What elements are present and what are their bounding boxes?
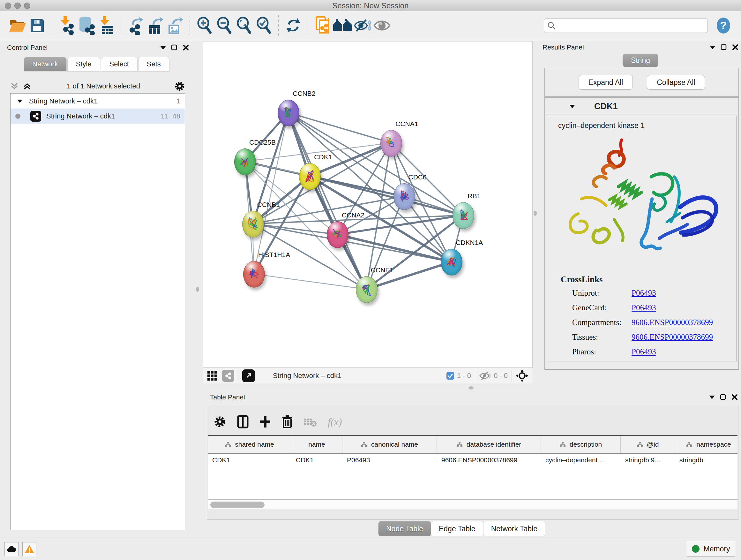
hide-selected-icon[interactable] [352, 16, 372, 36]
fit-selection-crosshair-icon[interactable] [516, 369, 529, 382]
network-edge[interactable] [253, 224, 337, 235]
warnings-button[interactable] [22, 542, 37, 556]
column-header[interactable]: canonical name [342, 436, 437, 453]
detach-view-icon[interactable] [242, 369, 255, 382]
float-panel-icon[interactable] [171, 44, 178, 51]
network-view[interactable]: CCNB2CCNA1CDC25BCDK1CDC6RB1CCNB1CCNA2CDK… [203, 42, 532, 368]
network-options-gear-icon[interactable] [174, 81, 185, 91]
column-header[interactable]: @id [621, 436, 675, 453]
column-header[interactable]: shared name [208, 436, 291, 453]
tab-style[interactable]: Style [67, 57, 100, 71]
zoom-out-icon[interactable] [214, 16, 234, 36]
add-column-icon[interactable] [259, 415, 271, 428]
network-edge[interactable] [288, 113, 366, 289]
import-table-icon[interactable] [96, 16, 116, 36]
save-session-icon[interactable] [27, 16, 47, 36]
tab-edge-table[interactable]: Edge Table [431, 521, 483, 537]
tab-node-table[interactable]: Node Table [378, 521, 431, 537]
tab-select[interactable]: Select [101, 57, 138, 71]
expand-all-button[interactable]: Expand All [579, 75, 633, 90]
export-image-icon[interactable] [165, 16, 185, 36]
crosslink-link[interactable]: P06493 [631, 303, 656, 312]
tab-network-table[interactable]: Network Table [483, 521, 545, 537]
hidden-eye-icon[interactable] [479, 371, 491, 381]
import-network-icon[interactable] [57, 16, 77, 36]
zoom-fit-icon[interactable] [234, 16, 254, 36]
horizontal-scrollbar[interactable] [208, 500, 738, 509]
crosslink-link[interactable]: P06493 [631, 348, 656, 356]
search-box[interactable] [544, 18, 708, 33]
collapse-section-icon[interactable] [569, 105, 575, 108]
show-columns-icon[interactable] [237, 415, 249, 428]
cloud-status-button[interactable] [4, 542, 18, 556]
network-node-cdk1[interactable] [299, 163, 321, 190]
search-input[interactable] [556, 21, 704, 30]
network-node-cdc6[interactable] [394, 183, 415, 210]
show-all-icon[interactable] [372, 16, 392, 36]
collapse-all-networks-icon[interactable] [10, 82, 20, 90]
delete-column-icon[interactable] [282, 415, 293, 428]
panel-menu-icon[interactable] [709, 395, 715, 399]
network-node-ccnb1[interactable] [242, 211, 264, 238]
network-edge[interactable] [254, 274, 366, 289]
left-splitter-handle[interactable] [196, 287, 199, 292]
network-node-ccna2[interactable] [327, 221, 348, 248]
close-panel-icon[interactable] [731, 394, 738, 400]
column-header[interactable]: namespace [675, 436, 738, 453]
crosslink-link[interactable]: P06493 [631, 289, 656, 298]
float-panel-icon[interactable] [721, 44, 727, 51]
tab-sets[interactable]: Sets [138, 57, 170, 71]
zoom-in-icon[interactable] [195, 16, 214, 36]
collapse-all-button[interactable]: Collapse All [647, 75, 705, 90]
tab-string[interactable]: String [623, 54, 658, 67]
tab-network[interactable]: Network [23, 57, 67, 71]
network-node-cdc25b[interactable] [234, 148, 256, 175]
panel-menu-icon[interactable] [710, 46, 716, 49]
import-network-database-icon[interactable] [77, 16, 96, 36]
network-canvas[interactable]: CCNB2CCNA1CDC25BCDK1CDC6RB1CCNB1CCNA2CDK… [203, 42, 532, 368]
birdseye-grid-icon[interactable] [207, 370, 218, 381]
crosslink-link[interactable]: 9606.ENSP00000378699 [631, 318, 713, 327]
zoom-selected-icon[interactable] [254, 16, 274, 36]
network-edge[interactable] [288, 113, 391, 143]
close-panel-icon[interactable] [183, 44, 189, 51]
table-row[interactable]: CDK1 CDK1 P06493 9606.ENSP00000378699 cy… [208, 454, 738, 466]
column-header[interactable]: database identifier [437, 436, 541, 453]
delete-table-icon[interactable] [304, 417, 317, 427]
panel-menu-icon[interactable] [160, 46, 166, 50]
scrollbar-thumb[interactable] [210, 502, 265, 508]
protein-section-header[interactable]: CDK1 [545, 98, 738, 115]
network-row[interactable]: String Network – cdk1 11 48 [10, 109, 185, 124]
bottom-splitter-handle[interactable] [468, 386, 474, 389]
export-network-icon[interactable] [126, 16, 145, 36]
export-table-icon[interactable] [145, 16, 165, 36]
network-node-ccne1[interactable] [356, 276, 378, 303]
selected-checkbox-icon[interactable] [446, 372, 455, 380]
network-overview-icon[interactable] [222, 370, 234, 382]
open-session-icon[interactable] [8, 16, 27, 36]
network-node-hist1h1a[interactable] [243, 261, 265, 288]
network-node-cdkn1a[interactable] [441, 249, 462, 275]
network-collection-row[interactable]: String Network – cdk1 1 [10, 94, 185, 109]
first-neighbors-icon[interactable] [333, 16, 352, 36]
expand-all-networks-icon[interactable] [23, 82, 32, 90]
collection-expand-icon[interactable] [17, 100, 22, 103]
help-icon[interactable]: ? [714, 16, 733, 36]
network-node-ccna1[interactable] [381, 130, 402, 157]
float-panel-icon[interactable] [720, 394, 726, 400]
network-node-rb1[interactable] [453, 202, 474, 229]
table-options-gear-icon[interactable] [213, 415, 226, 428]
function-builder-icon[interactable]: f(x) [328, 416, 342, 428]
column-header[interactable]: name [291, 436, 342, 453]
refresh-layout-icon[interactable] [283, 16, 303, 36]
network-edge[interactable] [288, 113, 463, 215]
memory-button[interactable]: Memory [687, 541, 735, 557]
clone-network-icon[interactable] [313, 16, 333, 36]
right-splitter-handle[interactable] [534, 211, 537, 216]
column-header[interactable]: description [541, 436, 621, 453]
network-edge[interactable] [254, 113, 288, 274]
node-table[interactable]: shared name name canonical name database… [208, 435, 738, 500]
crosslink-link[interactable]: 9606.ENSP00000378699 [631, 333, 713, 341]
close-panel-icon[interactable] [732, 44, 738, 51]
network-node-ccnb2[interactable] [278, 100, 299, 126]
